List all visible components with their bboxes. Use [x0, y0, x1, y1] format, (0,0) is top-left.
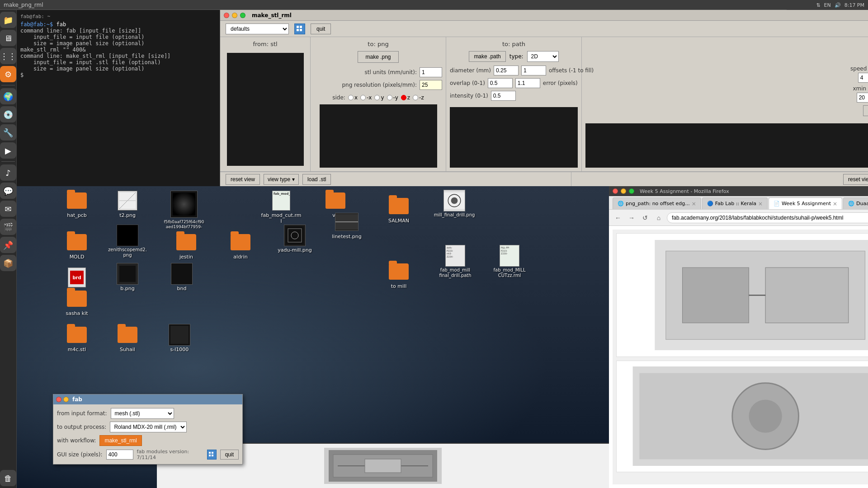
- browser-tab-week5[interactable]: 📄 Week 5 Assignment ×: [769, 197, 842, 209]
- tab-label-fablab: Fab Lab :: Kerala: [715, 201, 756, 206]
- desktop-item-fabmodmillcut[interactable]: P&L-PP-P223-Z230- fab_mod_MILLCUTzz.rml: [487, 245, 532, 278]
- desktop-item-t2png[interactable]: t2.png: [107, 190, 148, 218]
- diameter-input1[interactable]: [494, 66, 519, 75]
- make-path-button[interactable]: make .path: [469, 51, 505, 62]
- desktop-item-fabmodcut[interactable]: fab_mod_cut.rml fab_mod_cut.rml: [261, 190, 302, 224]
- dock-icon-terminal2[interactable]: ▶: [0, 142, 16, 159]
- desktop-item-bnd[interactable]: bnd: [161, 263, 202, 291]
- desktop-item-hat-pcb[interactable]: hat_pcb: [57, 190, 97, 218]
- side-neg-x-label[interactable]: -x: [360, 94, 372, 101]
- desktop-item-bpng[interactable]: b.png: [107, 263, 148, 291]
- dialog-grid-button[interactable]: [207, 450, 216, 460]
- desktop-item-jestin[interactable]: jestin: [166, 231, 207, 260]
- dialog-workflow-button[interactable]: make_stl_rml: [99, 435, 142, 446]
- refresh-button[interactable]: ↺: [640, 212, 651, 223]
- diameter-input2[interactable]: [521, 66, 546, 75]
- side-x-radio[interactable]: [348, 95, 354, 100]
- side-neg-y-label[interactable]: -y: [387, 94, 398, 101]
- fab-panel-title: make_stl_rml: [252, 12, 292, 19]
- fab-dialog-min[interactable]: [63, 397, 69, 402]
- dock-icon-browser[interactable]: 🌍: [0, 88, 16, 104]
- desktop-item-yadumill[interactable]: yadu-mill.png: [272, 225, 317, 253]
- browser-tab-duaa[interactable]: 🌐 Duaa ×: [843, 197, 868, 209]
- overlap-input2[interactable]: [515, 78, 540, 88]
- url-bar[interactable]: [667, 212, 868, 223]
- side-neg-x-radio[interactable]: [360, 95, 366, 100]
- side-z-radio[interactable]: [401, 95, 406, 100]
- desktop-item-fabmodmilldrill[interactable]: dofs-P223-nh3-Z234- fab_mod_millfinal_dr…: [433, 245, 478, 278]
- move-to-xmin-button[interactable]: move to xmin,ymin: [863, 105, 868, 116]
- reset-view-button-left[interactable]: reset view: [226, 174, 260, 185]
- side-neg-z-label[interactable]: -z: [413, 94, 424, 101]
- desktop-item-salman[interactable]: SALMAN: [378, 195, 419, 224]
- dock-icon-system[interactable]: ⚙: [0, 66, 16, 82]
- dock-icon-fab[interactable]: 🔧: [0, 124, 16, 141]
- desktop-item-suhail[interactable]: Suhail: [107, 324, 148, 352]
- dock-icon-email[interactable]: ✉: [0, 201, 16, 217]
- dock-icon-apps[interactable]: ⋮⋮: [0, 48, 16, 64]
- dock-icon-files[interactable]: 📁: [0, 12, 16, 28]
- home-button[interactable]: ⌂: [653, 212, 664, 223]
- side-label: side:: [332, 94, 345, 101]
- dock-icon-music[interactable]: ♪: [0, 164, 16, 181]
- tab-close-week5[interactable]: ×: [833, 201, 837, 207]
- tab-close-pngpath[interactable]: ×: [692, 201, 696, 207]
- minimize-button[interactable]: [232, 13, 237, 18]
- desktop-item-mold[interactable]: MOLD: [57, 231, 97, 260]
- intensity-input[interactable]: [491, 91, 516, 101]
- desktop-item-tomill[interactable]: to mill: [378, 261, 419, 289]
- view-type-button-left[interactable]: view type ▾: [264, 174, 299, 185]
- desktop-item-linetest[interactable]: linetest.png: [326, 211, 367, 239]
- forward-button[interactable]: →: [626, 212, 637, 223]
- xmin-input[interactable]: [857, 93, 868, 103]
- fab-dialog-close[interactable]: [56, 397, 61, 402]
- dock-icon-trash[interactable]: 🗑: [0, 470, 16, 486]
- browser-tab-pngpath[interactable]: 🌐 png_path: no offset edg... ×: [613, 197, 701, 209]
- dialog-gui-input[interactable]: [106, 450, 133, 460]
- make-png-button[interactable]: make .png: [358, 51, 398, 63]
- desktop-item-m4cstl[interactable]: m4c.stl: [57, 324, 97, 352]
- browser-close[interactable]: [613, 188, 618, 194]
- side-neg-z-radio[interactable]: [413, 95, 418, 100]
- dock-icon-media[interactable]: 💿: [0, 106, 16, 122]
- tab-label-duaa: Duaa: [856, 201, 868, 206]
- dialog-quit-button[interactable]: quit: [220, 450, 239, 460]
- desktop-item-zenith[interactable]: zenithscopemd2.png: [107, 225, 148, 258]
- maximize-button[interactable]: [240, 13, 245, 18]
- xmin-label: xmin (mm): [853, 85, 868, 92]
- close-button[interactable]: [224, 13, 229, 18]
- grid-view-button[interactable]: [294, 23, 305, 34]
- side-y-label[interactable]: y: [374, 94, 384, 101]
- dialog-to-select[interactable]: Roland MDX-20 mill (.rml): [110, 422, 187, 432]
- side-neg-y-radio[interactable]: [387, 95, 392, 100]
- side-x-label[interactable]: x: [348, 94, 358, 101]
- browser-min[interactable]: [621, 188, 626, 194]
- desktop-item-sasha[interactable]: sasha kit: [57, 288, 97, 316]
- dock-icon-misc2[interactable]: 📦: [0, 255, 16, 271]
- quit-button[interactable]: quit: [311, 23, 331, 34]
- fab-dialog-titlebar: fab: [53, 394, 242, 404]
- reset-view-button-right[interactable]: reset view: [843, 174, 868, 185]
- speed-input[interactable]: [858, 73, 868, 83]
- browser-tab-fablab[interactable]: 🔵 Fab Lab :: Kerala ×: [702, 197, 768, 209]
- dialog-from-select[interactable]: mesh (.stl): [111, 408, 174, 419]
- tab-close-fablab[interactable]: ×: [758, 201, 763, 207]
- dock-icon-terminal[interactable]: 🖥: [0, 30, 16, 46]
- back-button[interactable]: ←: [613, 212, 623, 223]
- desktop-item-aldrin[interactable]: aldrin: [220, 231, 261, 260]
- dock-icon-msg[interactable]: 💬: [0, 183, 16, 199]
- desktop-item-sl1000[interactable]: s-l1000: [159, 324, 200, 352]
- load-stl-button[interactable]: load .stl: [302, 174, 331, 185]
- desktop-item-milldrill[interactable]: mill_final_drill.png: [432, 190, 477, 218]
- stl-units-input[interactable]: [420, 67, 442, 77]
- defaults-select[interactable]: defaults: [226, 23, 289, 34]
- browser-max[interactable]: [629, 188, 634, 194]
- type-select[interactable]: 2D: [527, 51, 559, 62]
- overlap-input1[interactable]: [488, 78, 513, 88]
- side-y-radio[interactable]: [374, 95, 380, 100]
- dock-icon-video[interactable]: 🎬: [0, 219, 16, 235]
- png-res-input[interactable]: [420, 80, 442, 90]
- side-z-label[interactable]: z: [401, 94, 410, 101]
- dock-icon-misc[interactable]: 📌: [0, 237, 16, 253]
- desktop-item-thumb[interactable]: f5fb0aaf725f64cf90aed1994bf77959-: [159, 190, 209, 230]
